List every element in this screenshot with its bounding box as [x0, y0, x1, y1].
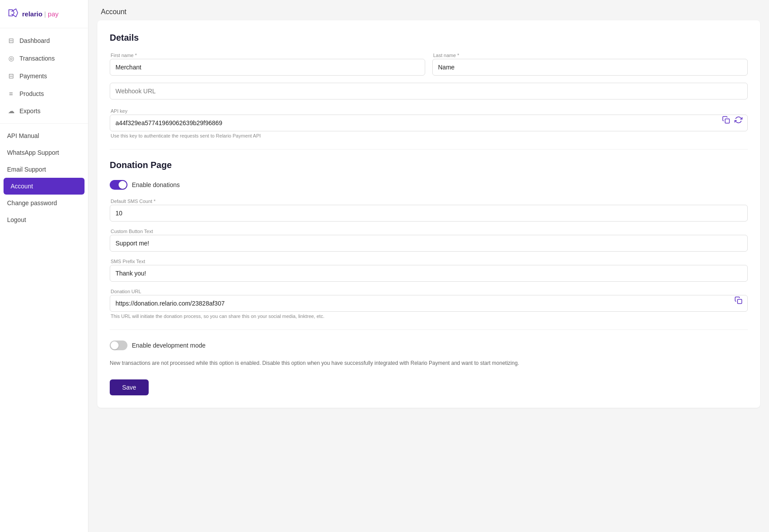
sidebar: relario|pay ⊟ Dashboard ◎ Transactions ⊟…: [0, 0, 88, 532]
last-name-label: Last name *: [432, 53, 748, 58]
api-key-label: API key: [110, 108, 748, 114]
transactions-icon: ◎: [7, 54, 15, 62]
logo-pay-text: pay: [48, 10, 58, 18]
dev-mode-row: Enable development mode: [110, 341, 748, 350]
sidebar-item-api-manual-label: API Manual: [7, 132, 39, 139]
sidebar-item-api-manual[interactable]: API Manual: [0, 127, 88, 144]
donation-url-row: Donation URL This URL will initiate the …: [110, 289, 748, 319]
sidebar-nav: ⊟ Dashboard ◎ Transactions ⊟ Payments ≡ …: [0, 28, 88, 532]
custom-button-group: Custom Button Text: [110, 229, 748, 252]
sidebar-item-exports-label: Exports: [19, 107, 40, 115]
dev-mode-toggle[interactable]: [110, 341, 127, 350]
svg-rect-1: [738, 299, 742, 304]
products-icon: ≡: [7, 90, 15, 97]
nav-divider: [0, 123, 88, 124]
sidebar-item-email-support[interactable]: Email Support: [0, 161, 88, 178]
api-key-group: API key: [110, 108, 748, 131]
sidebar-item-whatsapp-label: WhatsApp Support: [7, 149, 59, 156]
sidebar-item-logout[interactable]: Logout: [0, 211, 88, 228]
donation-url-input[interactable]: [110, 295, 748, 312]
first-name-input[interactable]: [110, 59, 425, 76]
api-key-input[interactable]: [110, 115, 748, 131]
sms-prefix-label: SMS Prefix Text: [110, 259, 748, 264]
sidebar-item-dashboard-label: Dashboard: [19, 37, 50, 44]
sidebar-item-change-password-label: Change password: [7, 199, 57, 207]
sidebar-item-account-label: Account: [11, 183, 33, 190]
donation-section-title: Donation Page: [110, 160, 748, 170]
sidebar-item-payments[interactable]: ⊟ Payments: [0, 67, 88, 85]
sidebar-item-payments-label: Payments: [19, 73, 47, 80]
enable-donations-toggle[interactable]: [110, 180, 127, 190]
sidebar-item-products-label: Products: [19, 90, 44, 97]
dashboard-icon: ⊟: [7, 37, 15, 45]
custom-button-label: Custom Button Text: [110, 229, 748, 234]
donation-url-group: Donation URL: [110, 289, 748, 312]
payments-icon: ⊟: [7, 72, 15, 80]
api-key-refresh-button[interactable]: [734, 115, 743, 125]
webhook-input[interactable]: [110, 83, 748, 100]
enable-donations-label: Enable donations: [132, 181, 180, 188]
custom-button-row: Custom Button Text: [110, 229, 748, 252]
sidebar-item-whatsapp-support[interactable]: WhatsApp Support: [0, 144, 88, 161]
details-section-title: Details: [110, 33, 748, 43]
donation-url-actions: [734, 295, 743, 305]
save-button[interactable]: Save: [110, 379, 149, 395]
sms-prefix-group: SMS Prefix Text: [110, 259, 748, 282]
sidebar-item-transactions[interactable]: ◎ Transactions: [0, 50, 88, 67]
webhook-row: [110, 83, 748, 100]
webhook-group: [110, 83, 748, 100]
sms-prefix-input[interactable]: [110, 265, 748, 282]
sidebar-item-exports[interactable]: ☁ Exports: [0, 102, 88, 120]
sidebar-item-account[interactable]: Account: [4, 178, 85, 195]
toggle-thumb: [119, 181, 127, 189]
donation-url-label: Donation URL: [110, 289, 748, 294]
svg-rect-0: [725, 119, 730, 123]
name-row: First name * Last name *: [110, 53, 748, 76]
sidebar-item-products[interactable]: ≡ Products: [0, 85, 88, 102]
first-name-label: First name *: [110, 53, 425, 58]
sidebar-item-dashboard[interactable]: ⊟ Dashboard: [0, 32, 88, 50]
donation-url-hint: This URL will initiate the donation proc…: [110, 314, 748, 319]
api-key-row: API key: [110, 108, 748, 138]
sms-prefix-row: SMS Prefix Text: [110, 259, 748, 282]
api-key-copy-button[interactable]: [721, 115, 731, 125]
logo: relario|pay: [0, 0, 88, 28]
section-divider: [110, 149, 748, 149]
api-key-hint: Use this key to authenticate the request…: [110, 133, 748, 138]
default-sms-label: Default SMS Count *: [110, 199, 748, 204]
first-name-group: First name *: [110, 53, 425, 76]
sidebar-item-transactions-label: Transactions: [19, 55, 55, 62]
dev-mode-label: Enable development mode: [132, 342, 206, 349]
account-card: Details First name * Last name * API key: [97, 20, 760, 408]
dev-mode-hint: New transactions are not processed while…: [110, 359, 748, 367]
last-name-input[interactable]: [432, 59, 748, 76]
page-title: Account: [88, 0, 769, 20]
donation-url-copy-button[interactable]: [734, 295, 743, 305]
logo-icon: [7, 8, 19, 20]
save-row: Save: [110, 376, 748, 395]
exports-icon: ☁: [7, 107, 15, 115]
custom-button-input[interactable]: [110, 235, 748, 252]
main-content: Account Details First name * Last name *…: [88, 0, 769, 532]
logo-separator: |: [44, 10, 46, 18]
section-divider-2: [110, 329, 748, 330]
api-key-actions: [721, 115, 743, 125]
sidebar-item-logout-label: Logout: [7, 216, 26, 223]
enable-donations-row: Enable donations: [110, 180, 748, 190]
logo-brand-text: relario|pay: [22, 10, 58, 18]
last-name-group: Last name *: [432, 53, 748, 76]
default-sms-row: Default SMS Count *: [110, 199, 748, 222]
dev-mode-toggle-thumb: [111, 341, 119, 349]
default-sms-group: Default SMS Count *: [110, 199, 748, 222]
sidebar-item-email-label: Email Support: [7, 166, 46, 173]
sidebar-item-change-password[interactable]: Change password: [0, 195, 88, 211]
default-sms-input[interactable]: [110, 205, 748, 222]
